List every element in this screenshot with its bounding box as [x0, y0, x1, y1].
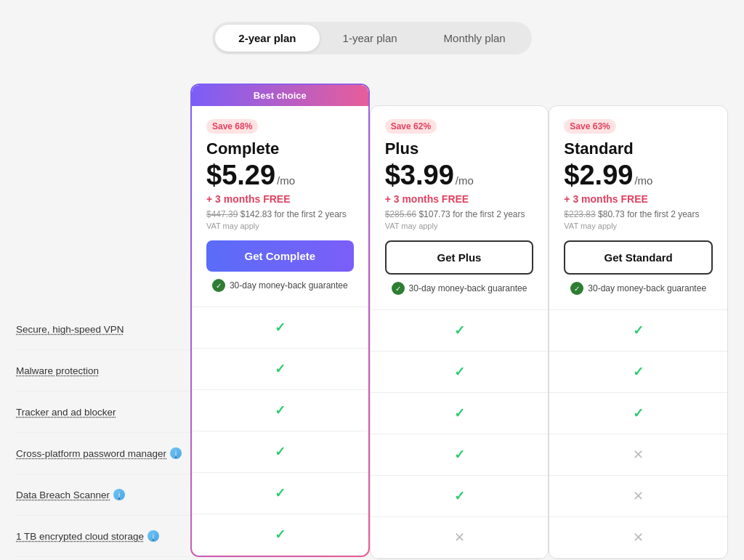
billing-suffix-complete: for the first 2 years: [274, 209, 346, 219]
check-complete-password: ✓: [192, 431, 368, 473]
check-complete-tracker: ✓: [192, 390, 368, 431]
cta-complete[interactable]: Get Complete: [206, 240, 354, 272]
guarantee-complete: ✓ 30-day money-back guarantee: [206, 279, 354, 295]
check-standard-tracker: ✓: [549, 393, 727, 434]
plan-col-plus: Save 62% Plus $3.99 /mo + 3 months FREE …: [370, 84, 549, 559]
price-amount-standard: $2.99: [564, 161, 633, 189]
check-complete-malware: ✓: [192, 349, 368, 390]
shield-icon-complete: ✓: [212, 279, 225, 292]
shield-icon-plus: ✓: [392, 282, 405, 295]
check-complete-breach: ✓: [192, 473, 368, 514]
feature-row-breach[interactable]: Data Breach Scanner i: [16, 474, 190, 516]
billing-info-standard: $223.83 $80.73 for the first 2 years: [564, 209, 713, 219]
check-complete-storage: ✓: [192, 514, 368, 556]
plan-card-complete: Best choice Save 68% Complete $5.29 /mo …: [190, 84, 370, 557]
price-amount-complete: $5.29: [206, 161, 275, 189]
plan-card-inner-standard: Save 63% Standard $2.99 /mo + 3 months F…: [549, 106, 727, 309]
tab-2year[interactable]: 2-year plan: [215, 25, 319, 52]
check-complete-vpn: ✓: [192, 307, 368, 349]
free-months-complete: + 3 months FREE: [206, 193, 354, 205]
check-plus-malware: ✓: [371, 352, 549, 393]
discounted-price-complete: $142.83: [240, 209, 272, 219]
plan-name-plus: Plus: [385, 139, 534, 158]
check-standard-malware: ✓: [549, 352, 727, 393]
check-plus-tracker: ✓: [371, 393, 549, 434]
discounted-price-standard: $80.73: [598, 209, 625, 219]
best-choice-banner: Best choice: [192, 85, 368, 106]
feature-row-malware[interactable]: Malware protection: [16, 350, 190, 391]
feature-rows-plus: ✓ ✓ ✓ ✓ ✓ ✕: [371, 309, 549, 559]
check-plus-storage: ✕: [371, 517, 549, 559]
shield-icon-standard: ✓: [570, 282, 583, 295]
billing-info-complete: $447.39 $142.83 for the first 2 years: [206, 209, 354, 219]
plan-name-complete: Complete: [206, 139, 354, 158]
price-amount-plus: $3.99: [385, 161, 454, 189]
original-price-plus: $285.66: [385, 209, 416, 219]
guarantee-text-complete: 30-day money-back guarantee: [230, 280, 348, 291]
feature-rows-complete: ✓ ✓ ✓ ✓ ✓ ✓: [192, 307, 368, 556]
tab-monthly[interactable]: Monthly plan: [421, 25, 529, 52]
breach-info-icon: i: [113, 489, 125, 500]
plans-area: Best choice Save 68% Complete $5.29 /mo …: [190, 84, 728, 559]
price-per-complete: /mo: [277, 174, 295, 187]
cta-standard[interactable]: Get Standard: [564, 240, 713, 275]
feature-row-password[interactable]: Cross-platform password manager i: [16, 433, 190, 474]
billing-suffix-standard: for the first 2 years: [627, 209, 699, 219]
save-badge-standard: Save 63%: [564, 119, 615, 134]
feature-rows-standard: ✓ ✓ ✓ ✕ ✕ ✕: [549, 309, 727, 559]
plan-card-inner-complete: Save 68% Complete $5.29 /mo + 3 months F…: [192, 106, 368, 307]
plan-card-plus: Save 62% Plus $3.99 /mo + 3 months FREE …: [370, 105, 549, 559]
pricing-container: Secure, high-speed VPN Malware protectio…: [16, 84, 728, 559]
tab-1year[interactable]: 1-year plan: [320, 25, 421, 52]
billing-info-plus: $285.66 $107.73 for the first 2 years: [385, 209, 534, 219]
vat-plus: VAT may apply: [385, 222, 534, 230]
feature-label-breach: Data Breach Scanner: [16, 490, 110, 500]
plan-price-standard: $2.99 /mo: [564, 161, 713, 189]
feature-label-malware: Malware protection: [16, 365, 99, 376]
plan-price-complete: $5.29 /mo: [206, 161, 354, 189]
save-badge-complete: Save 68%: [206, 119, 258, 134]
feature-label-password: Cross-platform password manager: [16, 448, 166, 459]
cta-plus[interactable]: Get Plus: [385, 240, 534, 275]
feature-row-vpn[interactable]: Secure, high-speed VPN: [16, 309, 190, 350]
save-badge-plus: Save 62%: [385, 119, 437, 134]
check-plus-vpn: ✓: [371, 310, 549, 352]
storage-info-icon: i: [147, 530, 159, 542]
plan-price-plus: $3.99 /mo: [385, 161, 534, 189]
check-standard-breach: ✕: [549, 476, 727, 517]
vat-standard: VAT may apply: [564, 222, 713, 230]
guarantee-text-plus: 30-day money-back guarantee: [409, 283, 527, 293]
password-info-icon: i: [170, 447, 182, 459]
plan-col-complete: Best choice Save 68% Complete $5.29 /mo …: [190, 84, 370, 559]
plan-card-standard: Save 63% Standard $2.99 /mo + 3 months F…: [549, 105, 728, 559]
guarantee-standard: ✓ 30-day money-back guarantee: [564, 282, 713, 298]
check-plus-password: ✓: [371, 434, 549, 476]
plan-card-inner-plus: Save 62% Plus $3.99 /mo + 3 months FREE …: [371, 106, 549, 309]
original-price-complete: $447.39: [206, 209, 238, 219]
check-standard-password: ✕: [549, 434, 727, 476]
guarantee-plus: ✓ 30-day money-back guarantee: [385, 282, 534, 298]
plan-name-standard: Standard: [564, 139, 713, 158]
feature-label-tracker: Tracker and ad blocker: [16, 407, 116, 418]
guarantee-text-standard: 30-day money-back guarantee: [588, 283, 706, 293]
plan-tabs: 2-year plan 1-year plan Monthly plan: [212, 22, 531, 54]
feature-label-storage: 1 TB encrypted cloud storage: [16, 531, 144, 542]
billing-suffix-plus: for the first 2 years: [453, 209, 525, 219]
vat-complete: VAT may apply: [206, 222, 354, 230]
features-column: Secure, high-speed VPN Malware protectio…: [16, 84, 190, 557]
check-standard-storage: ✕: [549, 517, 727, 559]
feature-row-storage[interactable]: 1 TB encrypted cloud storage i: [16, 516, 190, 557]
check-standard-vpn: ✓: [549, 310, 727, 352]
feature-label-vpn: Secure, high-speed VPN: [16, 324, 124, 335]
free-months-plus: + 3 months FREE: [385, 193, 534, 205]
price-per-standard: /mo: [634, 174, 652, 187]
discounted-price-plus: $107.73: [418, 209, 450, 219]
price-per-plus: /mo: [456, 174, 474, 187]
check-plus-breach: ✓: [371, 476, 549, 517]
free-months-standard: + 3 months FREE: [564, 193, 713, 205]
feature-row-tracker[interactable]: Tracker and ad blocker: [16, 391, 190, 433]
plan-col-standard: Save 63% Standard $2.99 /mo + 3 months F…: [549, 84, 728, 559]
original-price-standard: $223.83: [564, 209, 595, 219]
